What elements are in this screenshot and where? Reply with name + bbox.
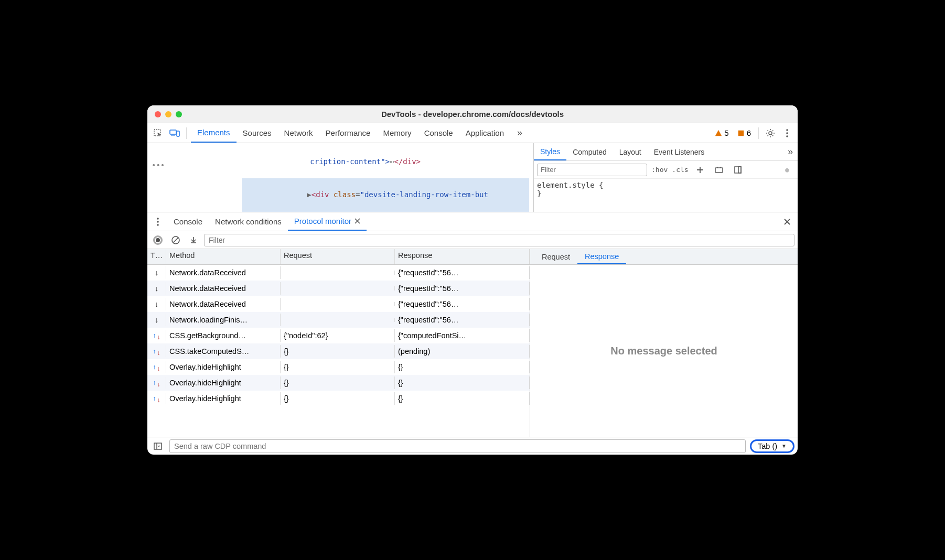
svg-point-6 — [786, 129, 788, 131]
table-row[interactable]: Overlay.hideHighlight{}{} — [147, 359, 530, 375]
table-body: Network.dataReceived{"requestId":"56…Net… — [147, 265, 530, 437]
style-rule-open: element.style { — [537, 181, 794, 189]
add-rule-icon[interactable] — [693, 163, 707, 177]
styles-tab-event-listeners[interactable]: Event Listeners — [648, 143, 711, 160]
close-window-button[interactable] — [155, 111, 161, 117]
incoming-icon — [155, 300, 158, 308]
clear-button[interactable] — [168, 233, 183, 247]
devtools-window: DevTools - developer.chrome.com/docs/dev… — [147, 105, 798, 455]
tab-application[interactable]: Application — [459, 123, 510, 143]
window-title: DevTools - developer.chrome.com/docs/dev… — [147, 110, 798, 119]
tab-console[interactable]: Console — [418, 123, 459, 143]
elements-dom-tree[interactable]: cription-content">⋯</div> ▶<div class="d… — [147, 143, 533, 212]
bidirectional-icon — [153, 332, 160, 339]
table-header: T… Method Request Response — [147, 249, 530, 265]
target-label: Tab () — [758, 442, 777, 450]
svg-rect-10 — [735, 167, 741, 173]
tab-elements[interactable]: Elements — [191, 123, 237, 143]
header-response[interactable]: Response — [395, 249, 530, 264]
warnings-badge[interactable]: 5 — [715, 128, 728, 137]
issues-count: 6 — [747, 128, 751, 137]
tab-performance[interactable]: Performance — [319, 123, 377, 143]
table-row[interactable]: Overlay.hideHighlight{}{} — [147, 391, 530, 406]
ellipsis-icon[interactable]: ••• — [148, 158, 168, 173]
svg-rect-9 — [715, 168, 723, 173]
table-row[interactable]: Network.dataReceived{"requestId":"56… — [147, 296, 530, 312]
target-select[interactable]: Tab () ▼ — [750, 439, 794, 453]
svg-point-14 — [157, 224, 159, 226]
svg-rect-11 — [738, 167, 741, 173]
styles-panel: StylesComputedLayoutEvent Listeners :hov… — [533, 143, 798, 212]
svg-rect-4 — [738, 130, 744, 136]
close-tab-icon[interactable] — [355, 218, 360, 224]
styles-tab-layout[interactable]: Layout — [613, 143, 648, 160]
toggle-sidebar-icon[interactable] — [151, 439, 165, 454]
message-tab-request[interactable]: Request — [534, 249, 577, 264]
svg-rect-1 — [170, 130, 176, 134]
message-panel: RequestResponse No message selected — [530, 249, 798, 437]
settings-icon[interactable] — [763, 126, 778, 141]
inspect-icon[interactable] — [151, 126, 165, 141]
hov-toggle[interactable]: :hov — [651, 166, 668, 174]
protocol-toolbar — [147, 231, 798, 249]
minimize-window-button[interactable] — [165, 111, 171, 117]
scroll-indicator: ● — [780, 163, 794, 177]
device-toolbar-icon[interactable] — [167, 126, 182, 141]
maximize-window-button[interactable] — [176, 111, 182, 117]
kebab-menu-icon[interactable] — [780, 126, 794, 141]
cdp-command-input[interactable] — [169, 439, 746, 453]
drawer-kebab-icon[interactable] — [151, 214, 165, 229]
more-styles-tabs[interactable] — [783, 145, 798, 159]
message-tab-response[interactable]: Response — [577, 249, 626, 264]
styles-body[interactable]: element.style { } — [534, 179, 798, 200]
flex-editor-icon[interactable] — [712, 163, 726, 177]
cls-toggle[interactable]: .cls — [672, 166, 688, 174]
styles-filter-input[interactable] — [537, 164, 647, 176]
incoming-icon — [155, 316, 158, 324]
dom-line-selected[interactable]: ▶<div class="devsite-landing-row-item-bu… — [242, 178, 529, 211]
svg-point-8 — [786, 135, 788, 137]
table-row[interactable]: CSS.getBackground…{"nodeId":62}{"compute… — [147, 328, 530, 343]
computed-panel-icon[interactable] — [731, 163, 745, 177]
incoming-icon — [155, 284, 158, 293]
table-row[interactable]: Network.dataReceived{"requestId":"56… — [147, 281, 530, 296]
drawer-tabs: ConsoleNetwork conditionsProtocol monito… — [147, 212, 798, 231]
bidirectional-icon — [153, 395, 160, 402]
record-button[interactable] — [151, 233, 165, 247]
warnings-count: 5 — [724, 128, 728, 137]
header-type[interactable]: T… — [147, 249, 166, 264]
table-row[interactable]: Network.loadingFinis…{"requestId":"56… — [147, 312, 530, 328]
drawer-tab-network-conditions[interactable]: Network conditions — [209, 212, 288, 231]
issues-badge[interactable]: 6 — [737, 128, 751, 137]
svg-point-12 — [157, 218, 159, 220]
dom-line-selected[interactable]: tons">⋯</div>flex== $0 — [242, 211, 529, 212]
svg-rect-2 — [171, 135, 175, 136]
divider — [186, 127, 187, 139]
protocol-filter-input[interactable] — [204, 234, 794, 246]
chevron-down-icon: ▼ — [781, 443, 787, 449]
tab-network[interactable]: Network — [278, 123, 319, 143]
save-button[interactable] — [186, 233, 201, 247]
styles-tab-styles[interactable]: Styles — [534, 143, 566, 160]
message-empty-state: No message selected — [530, 265, 798, 437]
styles-tab-computed[interactable]: Computed — [566, 143, 613, 160]
table-row[interactable]: CSS.takeComputedS…{}(pending) — [147, 343, 530, 359]
tab-sources[interactable]: Sources — [237, 123, 278, 143]
table-row[interactable]: Network.dataReceived{"requestId":"56… — [147, 265, 530, 281]
bidirectional-icon — [153, 363, 160, 371]
divider — [758, 127, 759, 139]
drawer-close-icon[interactable] — [780, 214, 794, 229]
more-tabs-button[interactable] — [512, 126, 527, 141]
table-row[interactable]: Overlay.hideHighlight{}{} — [147, 375, 530, 391]
protocol-split: T… Method Request Response Network.dataR… — [147, 249, 798, 437]
svg-point-7 — [786, 132, 788, 134]
header-method[interactable]: Method — [166, 249, 281, 264]
tab-memory[interactable]: Memory — [377, 123, 417, 143]
titlebar: DevTools - developer.chrome.com/docs/dev… — [147, 105, 798, 123]
drawer-tab-console[interactable]: Console — [167, 212, 209, 231]
drawer-tab-protocol-monitor[interactable]: Protocol monitor — [288, 212, 367, 231]
dom-line[interactable]: cription-content">⋯</div> — [263, 145, 529, 178]
header-request[interactable]: Request — [281, 249, 395, 264]
svg-rect-3 — [177, 131, 179, 136]
styles-toolbar: :hov .cls ● — [534, 161, 798, 179]
